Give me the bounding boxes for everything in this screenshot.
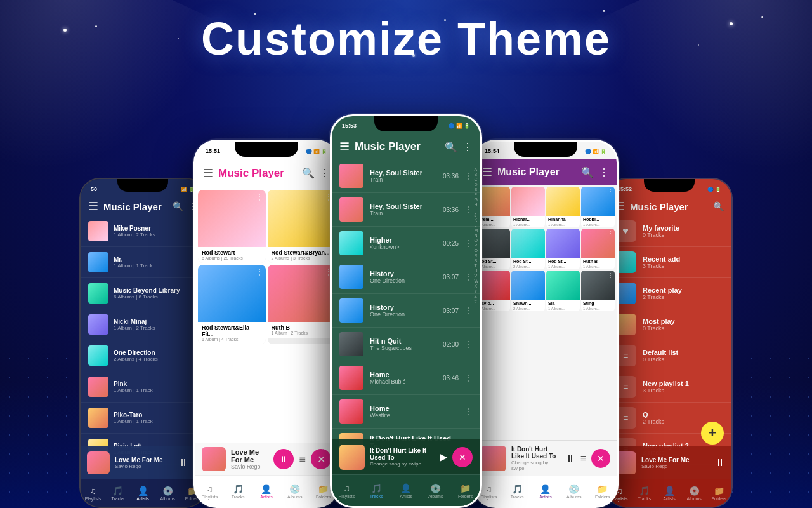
playlist-item[interactable]: ♥ My favorite 0 Tracks — [607, 216, 731, 247]
list-item[interactable]: Hey, Soul Sister Train 03:36 ⋮ — [332, 159, 480, 193]
list-item[interactable]: Home Michael Bublé 03:46 ⋮ — [332, 361, 480, 395]
right-more-icon[interactable]: ⋮ — [599, 166, 609, 178]
nav-tracks[interactable]: 🎵Tracks — [105, 479, 130, 507]
nav-tracks[interactable]: 🎵Tracks — [224, 476, 252, 506]
list-item[interactable]: Music Beyond Library 6 Albums | 6 Tracks… — [81, 278, 205, 309]
card-more-icon[interactable]: ⋮ — [256, 192, 263, 201]
artist-card[interactable]: Richar...1 Album... — [511, 187, 545, 227]
nav-artists-active[interactable]: 👤Artists — [532, 476, 560, 506]
nav-artists[interactable]: 👤Artists — [657, 479, 681, 507]
more-icon[interactable]: ⋮ — [607, 272, 613, 279]
track-more[interactable]: ⋮ — [465, 373, 473, 382]
list-item[interactable]: History One Direction 03:07 ⋮ — [332, 260, 480, 294]
artist-card[interactable]: Robbi...1 Album...⋮ — [581, 187, 615, 227]
list-item[interactable]: Mike Posner 1 Album | 2 Tracks ⋮ — [81, 216, 205, 247]
nav-tracks[interactable]: 🎵Tracks — [632, 479, 657, 507]
playing-name: Love Me For Me — [641, 457, 710, 464]
nav-folders[interactable]: 📁Folders — [450, 475, 480, 506]
center-more-icon[interactable]: ⋮ — [462, 141, 473, 153]
albums-icon: 💿 — [289, 484, 300, 494]
list-item[interactable]: Pink 1 Album | 1 Track ⋮ — [81, 371, 205, 403]
right-search-icon[interactable]: 🔍 — [581, 166, 594, 178]
more-icon[interactable]: ⋮ — [607, 188, 613, 195]
nav-artists-active[interactable]: 👤Artists — [252, 476, 281, 506]
far-left-search-icon[interactable]: 🔍 — [173, 201, 183, 211]
artist-card[interactable]: Rod St...1 Album... — [546, 229, 580, 269]
right-menu-icon[interactable]: ☰ — [482, 165, 492, 179]
playlist-item[interactable]: ≡ Default list 0 Tracks — [607, 340, 731, 371]
nav-playlists[interactable]: ♫Playlists — [81, 479, 105, 507]
artist-card[interactable]: Sia1 Album... — [546, 271, 580, 311]
nav-albums[interactable]: 💿Albums — [560, 476, 588, 506]
playlist-item[interactable]: Recent play 2 Tracks — [607, 278, 731, 309]
artist-card[interactable]: Rod St...2 Album... — [511, 229, 545, 269]
list-item[interactable]: Piko-Taro 1 Album | 1 Track ⋮ — [81, 403, 205, 434]
track-more[interactable]: ⋮ — [465, 340, 473, 349]
playlist-icon[interactable]: ≡ — [580, 453, 586, 464]
far-right-search-icon[interactable]: 🔍 — [713, 201, 724, 211]
nav-playlists[interactable]: ♫Playlists — [332, 475, 362, 506]
list-item[interactable]: Hey, Soul Sister Train 03:36 ⋮ — [332, 193, 480, 227]
nav-folders[interactable]: 📁Folders — [588, 476, 617, 506]
pause-button[interactable]: ⏸ — [273, 449, 294, 469]
track-more[interactable]: ⋮ — [465, 205, 473, 214]
artist-card[interactable]: Shawn...2 Album... — [511, 271, 545, 311]
playlist-name: Most play — [643, 318, 724, 325]
nav-albums[interactable]: 💿Albums — [682, 479, 707, 507]
pause-button[interactable]: ⏸ — [715, 457, 725, 469]
track-more[interactable]: ⋮ — [465, 239, 473, 248]
list-item[interactable]: History One Direction 03:07 ⋮ — [332, 294, 480, 328]
artist-card[interactable]: Rod Stewart 6 Albums | 29 Tracks ⋮ — [198, 190, 266, 263]
artists-icon: 👤 — [138, 486, 148, 496]
nav-albums[interactable]: 💿Albums — [155, 479, 180, 507]
track-more[interactable]: ⋮ — [465, 272, 473, 281]
list-item[interactable]: Nicki Minaj 1 Album | 2 Tracks ⋮ — [81, 309, 205, 340]
close-button[interactable]: ✕ — [452, 447, 473, 467]
pause-button[interactable]: ⏸ — [565, 453, 575, 464]
close-button[interactable]: ✕ — [311, 449, 331, 469]
center-search-icon[interactable]: 🔍 — [445, 141, 457, 153]
playlist-item[interactable]: Most play 0 Tracks — [607, 309, 731, 340]
playlist-item[interactable]: Recent add 3 Tracks — [607, 247, 731, 278]
nav-tracks-active[interactable]: 🎵Tracks — [362, 475, 391, 506]
list-item[interactable]: Home Westlife ⋮ — [332, 395, 480, 429]
play-button[interactable]: ▶ — [440, 451, 447, 463]
left-menu-icon[interactable]: ☰ — [203, 166, 213, 180]
far-left-menu-icon[interactable]: ☰ — [88, 199, 98, 213]
artist-card[interactable]: Rod Stewart&Bryan... 2 Albums | 3 Tracks… — [268, 190, 336, 263]
playlist-icon[interactable]: ≡ — [299, 453, 306, 466]
left-header-title: Music Player — [218, 167, 297, 180]
card-more-icon[interactable]: ⋮ — [256, 267, 263, 276]
track-more[interactable]: ⋮ — [465, 171, 473, 180]
close-button[interactable]: ✕ — [591, 449, 610, 468]
nav-artists[interactable]: 👤Artists — [391, 475, 421, 506]
artist-card[interactable]: Rod Stewart&Ella Fit... 1 Album | 4 Trac… — [198, 265, 266, 344]
more-icon[interactable]: ⋮ — [607, 230, 613, 237]
pause-button[interactable]: ⏸ — [178, 457, 188, 469]
nav-artists[interactable]: 👤Artists — [130, 479, 155, 507]
nav-albums[interactable]: 💿Albums — [280, 476, 309, 506]
add-playlist-button[interactable]: + — [701, 422, 724, 444]
track-more[interactable]: ⋮ — [465, 306, 473, 315]
artist-card[interactable]: Sting1 Album...⋮ — [581, 271, 615, 311]
artist-card[interactable]: Ruth B 1 Album | 2 Tracks ⋮ — [268, 265, 336, 344]
list-item[interactable]: Higher <unknown> 00:25 ⋮ — [332, 227, 480, 260]
nav-playlists[interactable]: ♫Playlists — [195, 476, 224, 506]
list-item[interactable]: One Direction 2 Albums | 4 Tracks ⋮ — [81, 340, 205, 371]
left-search-icon[interactable]: 🔍 — [302, 167, 315, 179]
artist-card[interactable]: Ruth B1 Album...⋮ — [581, 229, 615, 269]
nav-label: Tracks — [111, 497, 124, 501]
artist-name: Rihanna — [546, 216, 580, 223]
list-item[interactable]: Hit n Quit The Sugarcubes 02:30 ⋮ — [332, 328, 480, 361]
right-artist-grid: Premi...1 Album... Richar...1 Album... R… — [475, 185, 617, 313]
center-menu-icon[interactable]: ☰ — [339, 140, 350, 154]
artist-card[interactable]: Rihanna1 Album... — [546, 187, 580, 227]
nav-tracks[interactable]: 🎵Tracks — [503, 476, 532, 506]
nav-albums[interactable]: 💿Albums — [421, 475, 450, 506]
left-more-icon[interactable]: ⋮ — [320, 167, 330, 179]
nav-folders[interactable]: 📁Folders — [707, 479, 731, 507]
playlist-item[interactable]: ≡ New playlist 1 3 Tracks — [607, 371, 731, 403]
artist-img — [511, 271, 545, 300]
track-more[interactable]: ⋮ — [465, 407, 473, 416]
list-item[interactable]: Mr. 1 Album | 1 Track ⋮ — [81, 247, 205, 278]
